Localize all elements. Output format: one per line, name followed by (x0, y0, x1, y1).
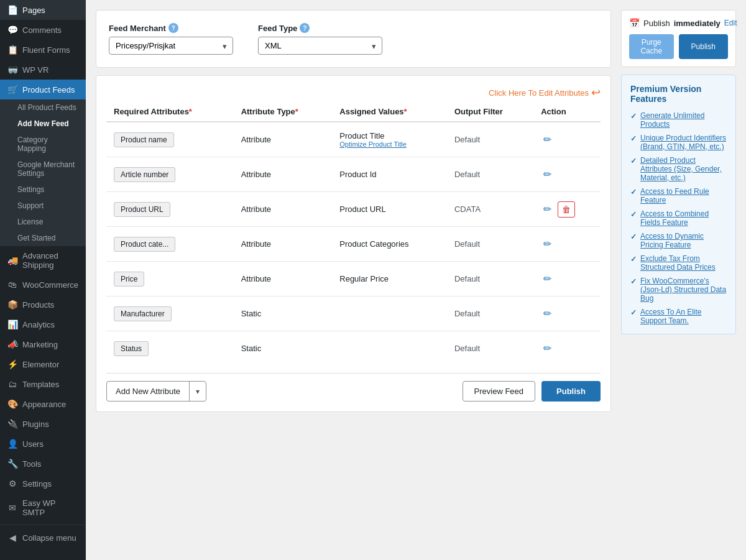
edit-attribute-button[interactable]: ✏ (541, 236, 554, 252)
feed-merchant-select-wrapper: Pricespy/Prisjkat Google Shopping Facebo… (109, 37, 233, 55)
premium-title: Premium Version Features (630, 84, 727, 104)
attr-output-filter-cell: Default (447, 157, 533, 192)
sidebar-item-templates[interactable]: 🗂 Templates (0, 374, 86, 394)
attr-output-filter-cell: Default (447, 296, 533, 331)
optimize-link[interactable]: Optimize Product Title (339, 140, 440, 148)
sidebar-item-appearance[interactable]: 🎨 Appearance (0, 394, 86, 414)
edit-attribute-button[interactable]: ✏ (541, 166, 554, 183)
submenu-settings[interactable]: Settings (0, 181, 86, 198)
sidebar-item-tools[interactable]: 🔧 Tools (0, 454, 86, 474)
table-row: Product cate... Attribute Product Catego… (106, 227, 601, 262)
plugins-icon: 🔌 (7, 419, 17, 429)
sidebar-item-elementor[interactable]: ⚡ Elementor (0, 354, 86, 374)
action-buttons: ✏ (541, 270, 593, 287)
sidebar-item-marketing[interactable]: 📣 Marketing (0, 334, 86, 354)
premium-feature-link[interactable]: Exclude Tax From Structured Data Prices (640, 254, 727, 272)
analytics-icon: 📊 (7, 319, 17, 329)
premium-feature-item: ✓ Access to Combined Fields Feature (630, 209, 727, 227)
submenu-all-feeds[interactable]: All Product Feeds (0, 99, 86, 116)
sidebar-item-products[interactable]: 📦 Products (0, 295, 86, 314)
premium-feature-item: ✓ Access to Feed Rule Feature (630, 187, 727, 204)
sidebar-item-analytics[interactable]: 📊 Analytics (0, 314, 86, 334)
attr-badge-cell: Manufacturer (106, 296, 234, 331)
preview-feed-button[interactable]: Preview Feed (463, 381, 535, 402)
premium-feature-link[interactable]: Generate Unlimited Products (640, 111, 727, 129)
attr-action-cell: ✏ (533, 296, 601, 331)
premium-features-box: Premium Version Features ✓ Generate Unli… (621, 75, 736, 334)
product-feeds-submenu: All Product Feeds Add New Feed Category … (0, 99, 86, 246)
marketing-icon: 📣 (7, 339, 17, 349)
type-help-icon[interactable]: ? (300, 23, 310, 33)
publish-edit-link[interactable]: Edit (724, 19, 737, 27)
col-assigned-values: Assigned Values* (332, 102, 447, 122)
publish-btn-small[interactable]: Publish (679, 34, 729, 59)
submenu-license[interactable]: License (0, 214, 86, 230)
edit-hint[interactable]: Click Here To Edit Attributes ↩ (106, 86, 601, 99)
feed-merchant-select[interactable]: Pricespy/Prisjkat Google Shopping Facebo… (109, 37, 233, 55)
premium-feature-item: ✓ Fix WooCommerce's (Json-Ld) Structured… (630, 277, 727, 303)
attr-badge-cell: Price (106, 262, 234, 296)
attr-type-cell: Static (234, 296, 333, 331)
edit-attribute-button[interactable]: ✏ (541, 201, 554, 218)
sidebar-item-comments[interactable]: 💬 Comments (0, 20, 86, 40)
submenu-category-mapping[interactable]: Category Mapping (0, 132, 86, 157)
premium-feature-link[interactable]: Access to Combined Fields Feature (640, 209, 727, 227)
sidebar-item-fluent-forms[interactable]: 📋 Fluent Forms (0, 40, 86, 60)
edit-attribute-button[interactable]: ✏ (541, 305, 554, 322)
attr-output-filter: Default (454, 274, 480, 283)
col-action: Action (533, 102, 601, 122)
sidebar-item-users[interactable]: 👤 Users (0, 434, 86, 454)
sidebar-item-advanced-shipping[interactable]: 🚚 Advanced Shipping (0, 246, 86, 275)
edit-attribute-button[interactable]: ✏ (541, 131, 554, 148)
submenu-get-started[interactable]: Get Started (0, 230, 86, 246)
edit-attribute-button[interactable]: ✏ (541, 340, 554, 357)
attr-type-value: Attribute (241, 239, 271, 249)
feed-type-select[interactable]: XML CSV TSV TXT (258, 37, 382, 55)
premium-feature-link[interactable]: Detailed Product Attributes (Size, Gende… (640, 156, 727, 182)
sidebar-item-pages[interactable]: 📄 Pages (0, 0, 86, 20)
advanced-shipping-icon: 🚚 (7, 255, 17, 265)
publish-button[interactable]: Publish (541, 381, 601, 402)
sidebar-item-wp-vr[interactable]: 🥽 WP VR (0, 60, 86, 80)
attr-type-cell: Static (234, 331, 333, 366)
attr-type-cell: Attribute (234, 122, 333, 157)
check-icon: ✓ (630, 308, 637, 317)
action-buttons: ✏ (541, 131, 593, 148)
publish-box: 📅 Publish immediately Edit Purge Cache P… (621, 10, 736, 67)
sidebar-item-plugins[interactable]: 🔌 Plugins (0, 414, 86, 434)
sidebar-item-settings[interactable]: ⚙ Settings (0, 474, 86, 493)
products-icon: 📦 (7, 300, 17, 310)
users-icon: 👤 (7, 439, 17, 449)
attr-type-value: Attribute (241, 274, 271, 283)
check-icon: ✓ (630, 210, 637, 219)
premium-feature-link[interactable]: Access to Feed Rule Feature (640, 187, 727, 204)
sidebar-item-easy-wp-smtp[interactable]: ✉ Easy WP SMTP (0, 493, 86, 522)
premium-feature-link[interactable]: Access to Dynamic Pricing Feature (640, 232, 727, 249)
submenu-support[interactable]: Support (0, 198, 86, 214)
sidebar-item-product-feeds[interactable]: 🛒 Product Feeds (0, 80, 86, 99)
sidebar-item-woocommerce[interactable]: 🛍 WooCommerce (0, 275, 86, 295)
edit-attribute-button[interactable]: ✏ (541, 270, 554, 287)
attr-badge: Manufacturer (114, 306, 172, 321)
collapse-menu[interactable]: ◀ Collapse menu (0, 528, 86, 548)
premium-feature-link[interactable]: Unique Product Identifiers (Brand, GTIN,… (640, 134, 727, 151)
table-row: Product name Attribute Product Title Opt… (106, 122, 601, 157)
attr-action-cell: ✏ 🗑 (533, 192, 601, 227)
premium-feature-link[interactable]: Fix WooCommerce's (Json-Ld) Structured D… (640, 277, 727, 303)
purge-cache-button[interactable]: Purge Cache (629, 34, 674, 59)
attr-badge: Article number (114, 167, 175, 182)
edit-hint-arrow-icon: ↩ (591, 86, 601, 99)
right-sidebar: 📅 Publish immediately Edit Purge Cache P… (621, 10, 736, 550)
add-new-dropdown-arrow-icon[interactable]: ▾ (190, 382, 206, 401)
attr-badge: Price (114, 272, 144, 287)
delete-attribute-button[interactable]: 🗑 (558, 201, 575, 218)
submenu-google-merchant[interactable]: Google Merchant Settings (0, 157, 86, 181)
attr-type-value: Attribute (241, 135, 271, 144)
premium-feature-link[interactable]: Access To An Elite Support Team. (640, 308, 727, 325)
attr-badge-cell: Product URL (106, 192, 234, 227)
add-new-attribute-button[interactable]: Add New Attribute ▾ (106, 381, 206, 402)
submenu-add-new-feed[interactable]: Add New Feed (0, 116, 86, 132)
check-icon: ✓ (630, 255, 637, 264)
merchant-help-icon[interactable]: ? (168, 23, 178, 33)
add-new-attribute-label: Add New Attribute (107, 382, 190, 401)
